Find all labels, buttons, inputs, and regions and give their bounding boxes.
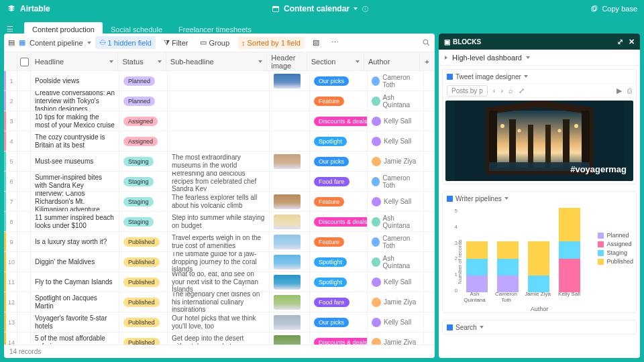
search-icon[interactable] [422, 38, 431, 47]
svg-rect-14 [563, 119, 570, 168]
table-row[interactable]: 6Summer-inspired bites with Sandra KeySt… [4, 172, 435, 192]
avatar [372, 117, 381, 126]
avatar [372, 197, 381, 206]
chevron-down-icon[interactable] [445, 56, 447, 60]
chart-x-axis: Ash QuintanaCameron TothJamie ZiyaKelly … [459, 289, 585, 303]
chevron-down-icon[interactable] [356, 60, 360, 63]
sort-button[interactable]: ↕ Sorted by 1 field [237, 37, 305, 49]
base-title[interactable]: Content calendar [284, 4, 350, 13]
more-button[interactable]: ⋯ [327, 36, 343, 49]
filter-button[interactable]: ⧩ Filter [160, 36, 192, 49]
table-row[interactable]: 10Diggin' the MaldivesPublishedThe ultim… [4, 252, 435, 272]
table-row[interactable]: 7Interview: Carlos Richardson's Mt. Kili… [4, 192, 435, 212]
zoom-icon[interactable]: ⌕ [508, 86, 513, 95]
views-menu-icon[interactable]: ▤ [8, 38, 15, 47]
checkbox-column[interactable] [17, 52, 31, 70]
chevron-down-icon[interactable] [524, 75, 528, 78]
dashboard-selector[interactable]: High-level dashboard [439, 50, 640, 66]
hidden-fields-label: 1 hidden field [108, 39, 152, 47]
sort-icon: ↕ [241, 39, 246, 47]
expand-icon[interactable]: ⤢ [519, 86, 525, 95]
chevron-down-icon[interactable] [480, 326, 484, 328]
close-icon[interactable]: ✕ [629, 38, 635, 46]
table-row[interactable]: 145 of the most affordable safarisPublis… [4, 333, 435, 345]
header-image-thumb[interactable] [274, 255, 301, 269]
calendar-icon [272, 5, 280, 13]
avatar [372, 278, 381, 287]
header-image-thumb[interactable] [274, 235, 301, 249]
table-row[interactable]: 1Poolside viewsPlannedOur picksCameron T… [4, 71, 435, 91]
chevron-down-icon[interactable] [354, 7, 358, 10]
add-column-button[interactable]: + [420, 52, 435, 70]
table-row[interactable]: 9Is a luxury stay worth it?PublishedTrav… [4, 232, 435, 252]
group-button[interactable]: ▭ Group [196, 36, 233, 49]
bar-segment[interactable] [559, 241, 580, 258]
chevron-down-icon[interactable] [109, 60, 113, 63]
color-button[interactable]: ▧ [309, 36, 323, 49]
palette-icon: ▧ [313, 38, 319, 47]
svg-point-18 [574, 124, 578, 128]
block-search[interactable]: Search [442, 320, 637, 335]
table-row[interactable]: 11Fly to the Cayman IslandsPublishedWhat… [4, 272, 435, 292]
play-icon[interactable]: ▶ [616, 86, 622, 95]
column-headline[interactable]: Headline [31, 52, 119, 70]
hidden-fields-button[interactable]: ⦵ 1 hidden field [95, 36, 156, 49]
next-icon[interactable]: › [500, 86, 503, 95]
header-image-thumb[interactable] [274, 315, 301, 330]
header-image-thumb[interactable] [274, 335, 301, 345]
bar-segment[interactable] [559, 208, 580, 241]
column-header-image[interactable]: Header image [267, 52, 307, 70]
copy-base-button[interactable]: Copy base [590, 5, 637, 13]
header-image-thumb[interactable] [274, 194, 301, 209]
avatar [372, 157, 381, 166]
bar-segment[interactable] [497, 241, 519, 258]
group-label: Group [209, 39, 229, 47]
view-name[interactable]: Content pipeline [30, 39, 83, 47]
column-label: Section [311, 58, 336, 66]
table-row[interactable]: 4The cozy countryside is Britain at its … [4, 131, 435, 152]
svg-rect-3 [365, 8, 366, 10]
info-icon[interactable] [362, 5, 369, 13]
column-status[interactable]: Status [118, 52, 166, 70]
bar-segment[interactable] [497, 259, 519, 276]
chevron-down-icon[interactable] [526, 56, 530, 59]
header-image-thumb[interactable] [274, 154, 301, 169]
table-row[interactable]: 12Spotlight on Jacques MartinPublishedTh… [4, 292, 435, 312]
bar-segment[interactable] [528, 241, 549, 275]
bar-segment[interactable] [559, 259, 580, 292]
grid-pane: ▤ ▦ Content pipeline ⦵ 1 hidden field ⧩ … [4, 34, 435, 358]
table-row[interactable]: 811 summer inspired beach looks under $1… [4, 212, 435, 232]
svg-rect-15 [528, 125, 533, 168]
column-section[interactable]: Section [307, 52, 364, 70]
header-image-thumb[interactable] [274, 275, 301, 290]
chevron-down-icon[interactable] [504, 197, 508, 200]
block-title: Search [455, 324, 477, 331]
bar-segment[interactable] [466, 241, 488, 258]
table-row[interactable]: 2Creative conversations: An interview wi… [4, 91, 435, 111]
table-row[interactable]: 13Voyager's favorite 5-star hotelsPublis… [4, 312, 435, 333]
header-image-thumb[interactable] [274, 74, 301, 88]
column-sub-headline[interactable]: Sub-headline [166, 52, 267, 70]
chevron-down-icon[interactable] [258, 60, 262, 63]
header-image-thumb[interactable] [274, 295, 301, 310]
expand-icon[interactable]: ⤢ [617, 38, 623, 46]
svg-rect-10 [489, 111, 590, 171]
column-author[interactable]: Author [364, 52, 420, 70]
menu-icon[interactable]: ☰ [7, 25, 13, 34]
table-row[interactable]: 5Must-see museumsStagingThe most extraor… [4, 152, 435, 172]
header-image-thumb[interactable] [274, 215, 301, 229]
select-all-checkbox[interactable] [20, 58, 29, 66]
more-icon: ⋯ [331, 38, 339, 47]
record-select[interactable]: Posts by p [447, 85, 488, 97]
chart-y-axis: 543210 [445, 208, 458, 294]
brand-name: Airtable [20, 4, 50, 13]
table-row[interactable]: 310 tips for making the most of your Mex… [4, 111, 435, 131]
bar-segment[interactable] [466, 259, 488, 276]
print-icon[interactable]: ⎙ [627, 86, 632, 95]
chevron-down-icon[interactable] [158, 60, 162, 63]
sort-label: Sorted by 1 field [248, 39, 301, 47]
chart-legend: PlannedAssignedStagingPublished [598, 232, 633, 267]
prev-icon[interactable]: ‹ [493, 86, 496, 95]
column-label: Sub-headline [170, 58, 214, 66]
chevron-down-icon[interactable] [87, 42, 91, 44]
